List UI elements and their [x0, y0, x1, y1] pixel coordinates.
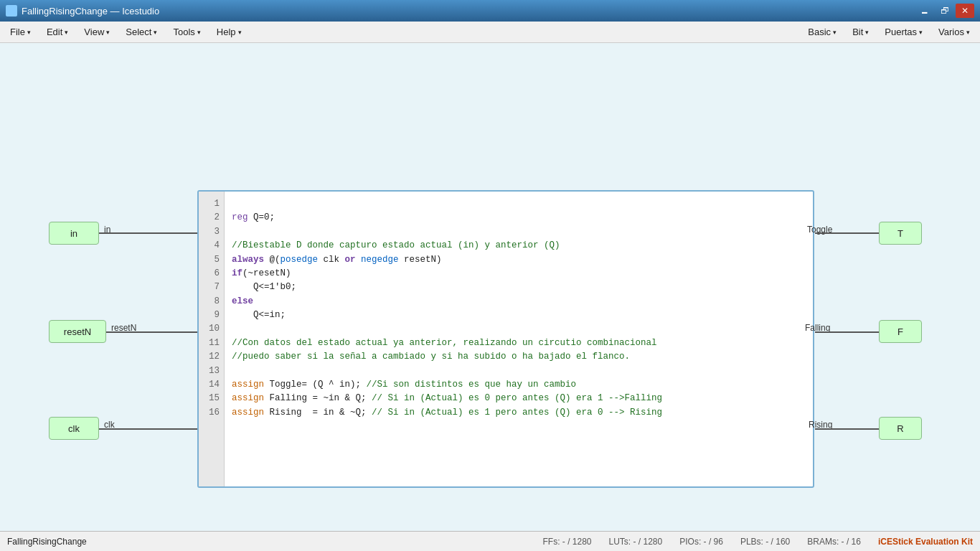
- menu-select[interactable]: Select▾: [118, 24, 164, 40]
- port-resetn-wire: [106, 331, 197, 333]
- titlebar-text: FallingRisingChange — Icestudio: [22, 6, 159, 17]
- menu-view[interactable]: View▾: [77, 24, 117, 40]
- menu-file[interactable]: File▾: [3, 24, 38, 40]
- port-rising[interactable]: R: [879, 417, 922, 440]
- status-brams: BRAMs: - / 16: [807, 537, 861, 547]
- titlebar-title: FallingRisingChange — Icestudio: [6, 5, 159, 17]
- status-plbs: PLBs: - / 160: [740, 537, 790, 547]
- port-toggle[interactable]: T: [879, 222, 922, 245]
- menu-right: Basic▾ Bit▾ Puertas▾ Varios▾: [801, 24, 977, 40]
- maximize-button[interactable]: 🗗: [936, 4, 954, 18]
- port-in-wire: [99, 232, 197, 234]
- statusbar-stats: FFs: - / 1280 LUTs: - / 1280 PIOs: - / 9…: [542, 537, 973, 547]
- menu-help[interactable]: Help▾: [209, 24, 249, 40]
- code-editor[interactable]: reg Q=0; //Biestable D donde capturo est…: [225, 192, 813, 486]
- line-numbers: 1 2 3 4 5 6 7 8 9 10 11 12 13 14 15 16: [199, 192, 225, 486]
- port-clk-wire: [99, 428, 197, 430]
- status-pios: PIOs: - / 96: [679, 537, 723, 547]
- titlebar: FallingRisingChange — Icestudio 🗕 🗗 ✕: [0, 0, 980, 22]
- menu-bit[interactable]: Bit▾: [845, 24, 876, 40]
- project-name: FallingRisingChange: [7, 537, 87, 547]
- status-board: iCEStick Evaluation Kit: [878, 537, 973, 547]
- menubar: File▾ Edit▾ View▾ Select▾ Tools▾ Help▾ B…: [0, 22, 980, 43]
- port-falling[interactable]: F: [879, 320, 922, 343]
- close-button[interactable]: ✕: [956, 4, 974, 18]
- menu-edit[interactable]: Edit▾: [39, 24, 75, 40]
- main-canvas: in in resetN resetN clk clk 1 2 3 4 5 6 …: [0, 43, 980, 531]
- menu-tools[interactable]: Tools▾: [166, 24, 207, 40]
- status-luts: LUTs: - / 1280: [609, 537, 663, 547]
- menu-puertas[interactable]: Puertas▾: [877, 24, 930, 40]
- status-ffs: FFs: - / 1280: [542, 537, 591, 547]
- menu-basic[interactable]: Basic▾: [801, 24, 844, 40]
- minimize-button[interactable]: 🗕: [915, 4, 934, 18]
- port-in[interactable]: in: [49, 222, 99, 245]
- port-resetn[interactable]: resetN: [49, 320, 106, 343]
- code-block: 1 2 3 4 5 6 7 8 9 10 11 12 13 14 15 16 r…: [197, 190, 814, 488]
- titlebar-icon: [6, 5, 17, 17]
- statusbar: FallingRisingChange FFs: - / 1280 LUTs: …: [0, 531, 980, 551]
- menu-varios[interactable]: Varios▾: [931, 24, 977, 40]
- port-clk[interactable]: clk: [49, 417, 99, 440]
- titlebar-controls: 🗕 🗗 ✕: [915, 4, 974, 18]
